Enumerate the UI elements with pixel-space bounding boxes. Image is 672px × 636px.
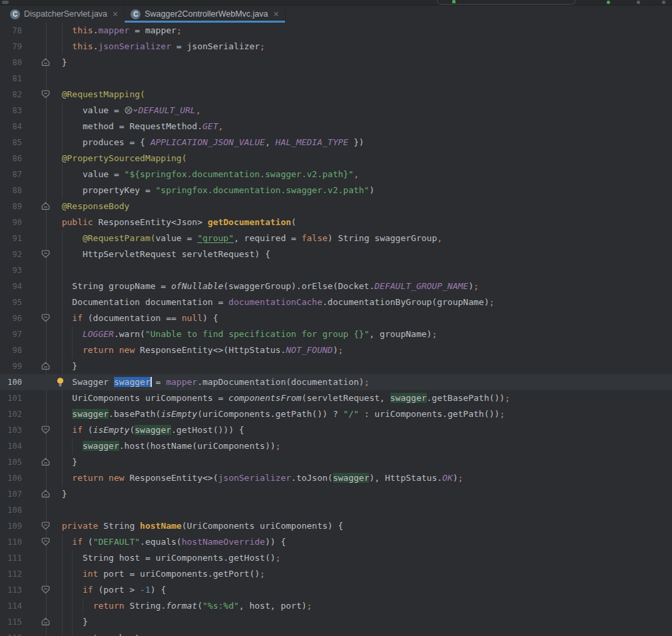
line-number[interactable]: 110 bbox=[0, 534, 22, 550]
code-line[interactable]: 108 bbox=[0, 502, 672, 518]
tab-dispatcherservlet-java[interactable]: C DispatcherServlet.java × bbox=[4, 5, 125, 23]
code-line[interactable]: 104 swagger.host(hostName(uriComponents)… bbox=[0, 438, 672, 454]
code-line[interactable]: 86 @PropertySourcedMapping( bbox=[0, 151, 672, 166]
code-line[interactable]: 100 Swagger swagger = mapper.mapDocument… bbox=[0, 374, 672, 390]
inlay-hint-icon[interactable] bbox=[125, 104, 139, 120]
code-line[interactable]: 101 UriComponents uriComponents = compon… bbox=[0, 390, 672, 406]
code-line[interactable]: 92 HttpServletRequest servletRequest) { bbox=[0, 246, 672, 262]
line-number[interactable]: 92 bbox=[0, 246, 22, 262]
line-number[interactable]: 95 bbox=[0, 294, 22, 310]
code-line[interactable]: 111 String host = uriComponents.getHost(… bbox=[0, 550, 672, 566]
line-number[interactable]: 79 bbox=[0, 39, 22, 55]
code-line[interactable]: 81 bbox=[0, 71, 672, 87]
line-number[interactable]: 97 bbox=[0, 326, 22, 342]
code-line[interactable]: 85 produces = { APPLICATION_JSON_VALUE, … bbox=[0, 135, 672, 151]
code-line[interactable]: 97 LOGGER.warn("Unable to find specifica… bbox=[0, 326, 672, 342]
tab-swagger2controllerwebmvc-java[interactable]: C Swagger2ControllerWebMvc.java × bbox=[125, 5, 285, 23]
code-line[interactable]: 98 return new ResponseEntity<>(HttpStatu… bbox=[0, 342, 672, 358]
fold-end-icon[interactable] bbox=[41, 362, 50, 370]
code-line[interactable]: 79 this.jsonSerializer = jsonSerializer; bbox=[0, 39, 672, 55]
line-number[interactable]: 103 bbox=[0, 422, 22, 438]
line-number[interactable]: 115 bbox=[0, 614, 22, 630]
line-number[interactable]: 94 bbox=[0, 278, 22, 294]
fold-start-icon[interactable] bbox=[41, 537, 50, 546]
line-number[interactable]: 99 bbox=[0, 358, 22, 374]
code-line[interactable]: 96 if (documentation == null) { bbox=[0, 310, 672, 326]
line-number[interactable]: 108 bbox=[0, 502, 22, 518]
line-number[interactable]: 102 bbox=[0, 406, 22, 422]
line-number[interactable]: 116 bbox=[0, 630, 22, 636]
line-number[interactable]: 100 bbox=[0, 374, 22, 390]
fold-start-icon[interactable] bbox=[41, 250, 50, 258]
line-number[interactable]: 80 bbox=[0, 55, 22, 71]
line-number[interactable]: 85 bbox=[0, 135, 22, 151]
code-line[interactable]: 102 swagger.basePath(isEmpty(uriComponen… bbox=[0, 406, 672, 422]
fold-end-icon[interactable] bbox=[41, 202, 50, 210]
line-number[interactable]: 111 bbox=[0, 550, 22, 566]
code-line[interactable]: 82 @RequestMapping( bbox=[0, 87, 672, 103]
code-editor[interactable]: 78 this.mapper = mapper;79 this.jsonSeri… bbox=[0, 23, 672, 636]
search-everywhere-box[interactable] bbox=[437, 0, 575, 5]
code-line[interactable]: 112 int port = uriComponents.getPort(); bbox=[0, 566, 672, 582]
code-line[interactable]: 113 if (port > -1) { bbox=[0, 582, 672, 598]
line-number[interactable]: 91 bbox=[0, 230, 22, 246]
code-line[interactable]: 105 } bbox=[0, 454, 672, 470]
line-number[interactable]: 112 bbox=[0, 566, 22, 582]
line-number[interactable]: 78 bbox=[0, 23, 22, 39]
code-line[interactable]: 94 String groupName = ofNullable(swagger… bbox=[0, 278, 672, 294]
line-number[interactable]: 90 bbox=[0, 214, 22, 230]
code-line[interactable]: 99 } bbox=[0, 358, 672, 374]
code-line[interactable]: 109 private String hostName(UriComponent… bbox=[0, 518, 672, 534]
code-line[interactable]: 78 this.mapper = mapper; bbox=[0, 23, 672, 39]
fold-end-icon[interactable] bbox=[41, 489, 50, 498]
code-line[interactable]: 88 propertyKey = "springfox.documentatio… bbox=[0, 182, 672, 198]
line-number[interactable]: 113 bbox=[0, 582, 22, 598]
line-number[interactable]: 83 bbox=[0, 103, 22, 119]
line-number[interactable]: 101 bbox=[0, 390, 22, 406]
code-line[interactable]: 114 return String.format("%s:%d", host, … bbox=[0, 598, 672, 614]
line-number[interactable]: 86 bbox=[0, 151, 22, 166]
line-number[interactable]: 98 bbox=[0, 342, 22, 358]
line-number[interactable]: 114 bbox=[0, 598, 22, 614]
code-line[interactable]: 107 } bbox=[0, 486, 672, 502]
code-line[interactable]: 110 if ("DEFAULT".equals(hostNameOverrid… bbox=[0, 534, 672, 550]
code-line[interactable]: 106 return new ResponseEntity<>(jsonSeri… bbox=[0, 470, 672, 486]
code-line[interactable]: 89 @ResponseBody bbox=[0, 198, 672, 214]
code-line[interactable]: 95 Documentation documentation = documen… bbox=[0, 294, 672, 310]
code-line[interactable]: 87 value = "${springfox.documentation.sw… bbox=[0, 166, 672, 182]
code-line[interactable]: 93 bbox=[0, 262, 672, 278]
fold-end-icon[interactable] bbox=[41, 58, 50, 67]
line-number[interactable]: 105 bbox=[0, 454, 22, 470]
code-line[interactable]: 115 } bbox=[0, 614, 672, 630]
fold-start-icon[interactable] bbox=[41, 426, 50, 434]
toolbar-icon[interactable] bbox=[662, 1, 665, 4]
code-line[interactable]: 116 return host; bbox=[0, 630, 672, 636]
fold-end-icon[interactable] bbox=[41, 617, 50, 626]
line-number[interactable]: 107 bbox=[0, 486, 22, 502]
line-number[interactable]: 104 bbox=[0, 438, 22, 454]
close-tab-icon[interactable]: × bbox=[274, 9, 279, 19]
code-line[interactable]: 90 public ResponseEntity<Json> getDocume… bbox=[0, 214, 672, 230]
line-number[interactable]: 106 bbox=[0, 470, 22, 486]
code-line[interactable]: 84 method = RequestMethod.GET, bbox=[0, 119, 672, 135]
line-number[interactable]: 96 bbox=[0, 310, 22, 326]
fold-start-icon[interactable] bbox=[41, 90, 50, 99]
line-number[interactable]: 89 bbox=[0, 198, 22, 214]
fold-start-icon[interactable] bbox=[41, 585, 50, 594]
code-line[interactable]: 103 if (isEmpty(swagger.getHost())) { bbox=[0, 422, 672, 438]
code-line[interactable]: 83 value = DEFAULT_URL, bbox=[0, 103, 672, 119]
line-number[interactable]: 109 bbox=[0, 518, 22, 534]
code-line[interactable]: 80 } bbox=[0, 55, 672, 71]
line-number[interactable]: 87 bbox=[0, 166, 22, 182]
line-number[interactable]: 88 bbox=[0, 182, 22, 198]
code-line[interactable]: 91 @RequestParam(value = "group", requir… bbox=[0, 230, 672, 246]
fold-start-icon[interactable] bbox=[41, 314, 50, 322]
line-number[interactable]: 82 bbox=[0, 87, 22, 103]
toolbar-icon[interactable] bbox=[637, 1, 640, 4]
line-number[interactable]: 93 bbox=[0, 262, 22, 278]
fold-end-icon[interactable] bbox=[41, 458, 50, 466]
line-number[interactable]: 81 bbox=[0, 71, 22, 87]
close-tab-icon[interactable]: × bbox=[113, 9, 118, 19]
line-number[interactable]: 84 bbox=[0, 119, 22, 135]
fold-start-icon[interactable] bbox=[41, 521, 50, 530]
